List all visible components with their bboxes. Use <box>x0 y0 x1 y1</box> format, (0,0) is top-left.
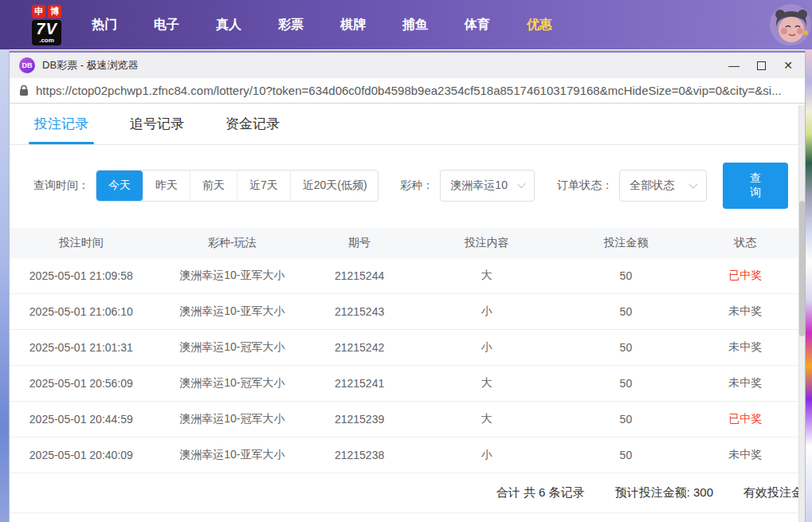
window-controls: — ✕ <box>720 54 802 77</box>
tab-bet-records[interactable]: 投注记录 <box>32 104 91 144</box>
maximize-button[interactable] <box>747 54 775 77</box>
time-option-last7days[interactable]: 近7天 <box>237 171 290 201</box>
screen: 申 博 7V .com 热门 电子 真人 彩票 棋牌 捕鱼 体育 优惠 <box>0 0 812 522</box>
nav-item-fishing[interactable]: 捕鱼 <box>402 17 428 33</box>
cell-status: 未中奖 <box>685 330 805 366</box>
cell-bet-content: 大 <box>407 402 567 438</box>
maximize-icon <box>757 61 766 70</box>
cell-bet-content: 大 <box>407 366 567 402</box>
scrollbar-thumb[interactable] <box>799 201 805 336</box>
logo-badge-bo: 博 <box>48 5 61 18</box>
cell-bet-time: 2025-05-01 21:06:10 <box>10 294 153 330</box>
nav-item-lottery[interactable]: 彩票 <box>278 17 304 33</box>
minimize-button[interactable]: — <box>720 54 747 77</box>
cell-bet-content: 小 <box>407 330 567 366</box>
table-row: 2025-05-01 20:44:59 澳洲幸运10-冠军大小 21215239… <box>10 402 805 438</box>
page-background-left <box>0 49 10 522</box>
time-option-today[interactable]: 今天 <box>96 171 143 201</box>
cell-issue: 21215239 <box>312 402 407 438</box>
table-header: 投注时间 彩种-玩法 期号 投注内容 投注金额 状态 <box>10 228 805 258</box>
nav-item-promos[interactable]: 优惠 <box>527 17 552 33</box>
cell-play-type: 澳洲幸运10-亚军大小 <box>153 294 312 330</box>
cell-status: 未中奖 <box>685 438 805 473</box>
cell-bet-time: 2025-05-01 20:44:59 <box>10 402 153 438</box>
cell-bet-amount: 50 <box>567 366 686 402</box>
cell-bet-time: 2025-05-01 20:56:09 <box>10 366 153 402</box>
cell-status: 已中奖 <box>685 258 805 294</box>
time-option-day-before[interactable]: 前天 <box>190 171 237 201</box>
logo-badges: 申 博 <box>32 5 61 18</box>
main-nav: 热门 电子 真人 彩票 棋牌 捕鱼 体育 优惠 <box>92 17 552 33</box>
cell-bet-time: 2025-05-01 21:01:31 <box>10 330 153 366</box>
cell-bet-amount: 50 <box>567 258 686 294</box>
cell-bet-amount: 50 <box>567 438 686 473</box>
time-option-last20days[interactable]: 近20天(低频) <box>290 171 379 201</box>
close-button[interactable]: ✕ <box>775 54 802 77</box>
tab-chase-records[interactable]: 追号记录 <box>127 104 186 144</box>
time-filter-label: 查询时间： <box>33 179 89 193</box>
summary-expected-amount: 预计投注金额: 300 <box>615 485 713 500</box>
browser-app-icon: DB <box>19 57 35 73</box>
cell-bet-time: 2025-05-01 20:40:09 <box>10 438 153 473</box>
query-button[interactable]: 查询 <box>723 163 788 209</box>
window-title: DB彩票 - 极速浏览器 <box>42 58 139 73</box>
cell-bet-amount: 50 <box>567 330 686 366</box>
url-text: https://ctop02pchwp1.zfnc84.com/lottery/… <box>36 84 782 97</box>
filter-bar: 查询时间： 今天 昨天 前天 近7天 近20天(低频) 彩种： 澳洲幸运10 订… <box>33 163 805 209</box>
window-titlebar: DB DB彩票 - 极速浏览器 — ✕ <box>10 53 805 78</box>
table-row: 2025-05-01 21:09:58 澳洲幸运10-亚军大小 21215244… <box>10 258 805 294</box>
cell-bet-content: 小 <box>407 294 567 330</box>
lottery-filter-label: 彩种： <box>400 179 433 193</box>
cell-play-type: 澳洲幸运10-冠军大小 <box>153 330 312 366</box>
user-avatar[interactable] <box>770 4 812 46</box>
order-status-select[interactable]: 全部状态 <box>619 170 707 202</box>
cell-play-type: 澳洲幸运10-亚军大小 <box>153 438 312 473</box>
cell-play-type: 澳洲幸运10-冠军大小 <box>153 402 312 438</box>
nav-item-sports[interactable]: 体育 <box>465 17 490 33</box>
cell-issue: 21215242 <box>312 330 407 366</box>
lottery-select[interactable]: 澳洲幸运10 <box>440 170 535 202</box>
cell-status: 已中奖 <box>685 402 805 438</box>
summary-valid-amount: 有效投注金 <box>743 485 803 500</box>
cell-bet-content: 大 <box>407 258 567 294</box>
browser-window: DB DB彩票 - 极速浏览器 — ✕ https://ctop02pchwp1… <box>10 51 805 522</box>
nav-item-live[interactable]: 真人 <box>216 17 241 33</box>
site-logo[interactable]: 申 博 7V .com <box>32 5 61 45</box>
cell-issue: 21215241 <box>312 366 407 402</box>
logo-brand: 7V .com <box>32 20 61 45</box>
cell-bet-content: 小 <box>407 438 567 473</box>
avatar-image <box>770 4 812 46</box>
lottery-select-value: 澳洲幸运10 <box>450 179 508 193</box>
cell-issue: 21215238 <box>312 438 407 473</box>
nav-item-slots[interactable]: 电子 <box>154 17 179 33</box>
cell-play-type: 澳洲幸运10-亚军大小 <box>153 258 312 294</box>
lock-icon <box>19 84 29 96</box>
header-bet-amount: 投注金额 <box>567 228 686 258</box>
time-option-yesterday[interactable]: 昨天 <box>143 171 190 201</box>
table-row: 2025-05-01 20:40:09 澳洲幸运10-亚军大小 21215238… <box>10 438 805 473</box>
header-issue: 期号 <box>312 228 407 258</box>
cell-issue: 21215244 <box>312 258 407 294</box>
logo-brand-text: 7V <box>36 20 57 37</box>
record-tabs: 投注记录 追号记录 资金记录 <box>10 104 805 145</box>
cell-status: 未中奖 <box>685 366 805 402</box>
status-filter-label: 订单状态： <box>557 179 613 193</box>
nav-item-hot[interactable]: 热门 <box>92 17 117 33</box>
cell-status: 未中奖 <box>685 294 805 330</box>
time-range-group: 今天 昨天 前天 近7天 近20天(低频) <box>96 170 379 202</box>
page-background-right <box>805 49 812 522</box>
header-status: 状态 <box>685 228 805 258</box>
window-scrollbar[interactable] <box>798 105 805 522</box>
table-summary: 合计 共 6 条记录 预计投注金额: 300 有效投注金 <box>10 473 805 513</box>
summary-total-records: 合计 共 6 条记录 <box>496 485 585 500</box>
nav-item-boardgames[interactable]: 棋牌 <box>340 17 366 33</box>
url-bar[interactable]: https://ctop02pchwp1.zfnc84.com/lottery/… <box>10 78 805 104</box>
cell-issue: 21215243 <box>312 294 407 330</box>
tab-fund-records[interactable]: 资金记录 <box>223 104 282 144</box>
header-bet-content: 投注内容 <box>407 228 567 258</box>
chevron-down-icon <box>689 179 698 188</box>
table-row: 2025-05-01 21:06:10 澳洲幸运10-亚军大小 21215243… <box>10 294 805 330</box>
order-status-value: 全部状态 <box>630 179 679 193</box>
cell-play-type: 澳洲幸运10-冠军大小 <box>153 366 312 402</box>
table-row: 2025-05-01 21:01:31 澳洲幸运10-冠军大小 21215242… <box>10 330 805 366</box>
